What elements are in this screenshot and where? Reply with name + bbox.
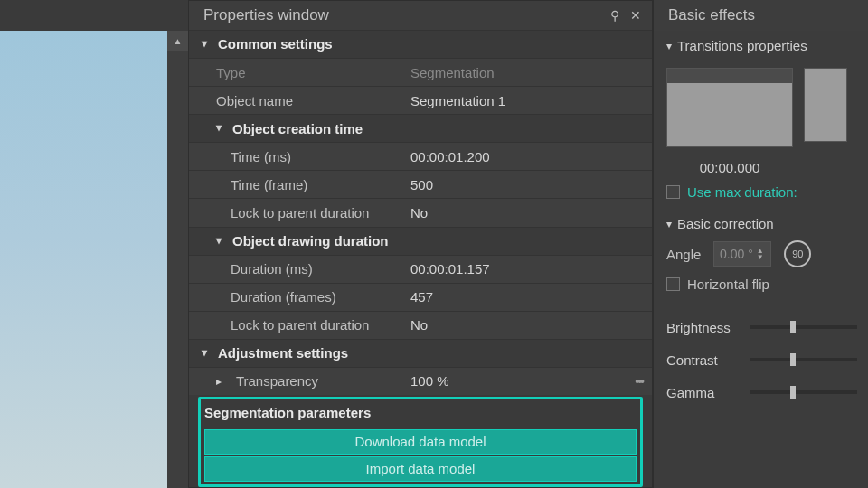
group-label: Basic correction [677,216,774,231]
prop-label: Object name [189,93,401,108]
prop-label: Type [189,65,401,80]
row-lock-creation[interactable]: Lock to parent duration No [189,198,652,226]
chevron-down-icon [202,37,214,50]
brightness-slider[interactable] [750,325,857,329]
row-time-frame[interactable]: Time (frame) 500 [189,170,652,198]
group-common-settings[interactable]: Common settings [189,30,652,58]
group-label: Object drawing duration [232,233,389,249]
group-transitions-properties[interactable]: ▾ Transitions properties [666,38,857,53]
angle-row: Angle 0.00 ° ▲▼ 90 [666,240,857,267]
row-duration-ms[interactable]: Duration (ms) 00:00:01.157 [189,255,652,283]
row-object-name[interactable]: Object name Segmentation 1 [189,86,652,114]
row-type[interactable]: Type Segmentation [189,58,652,86]
properties-title: Properties window [203,6,329,24]
prop-value[interactable]: No [401,199,652,226]
transition-thumb-start[interactable] [666,68,793,147]
row-transparency[interactable]: Transparency 100 % ••• [189,367,652,395]
use-max-duration-checkbox[interactable] [666,185,680,199]
angle-input[interactable]: 0.00 ° ▲▼ [713,241,771,267]
group-label: Object creation time [232,121,363,136]
prop-label: Time (ms) [189,149,401,164]
chevron-right-icon [216,375,229,388]
group-segmentation-parameters[interactable]: Segmentation parameters [201,399,640,427]
properties-title-bar: Properties window ⚲ ✕ [189,1,652,30]
angle-value: 0.00 ° [720,247,753,261]
preview-thumbnail[interactable] [0,31,167,488]
segmentation-parameters-highlight: Segmentation parameters Download data mo… [198,397,643,487]
prop-label: Time (frame) [189,177,401,192]
prop-value[interactable]: 00:00:01.157 [401,256,652,283]
prop-label: Duration (ms) [189,261,401,277]
slider-label: Brightness [666,320,741,335]
horizontal-flip-label: Horizontal flip [687,277,769,292]
group-adjustment-settings[interactable]: Adjustment settings [189,339,652,367]
prop-value[interactable]: No [401,312,652,339]
preview-pane: ▲ [0,0,188,488]
contrast-slider[interactable] [750,358,857,361]
group-basic-correction[interactable]: ▾ Basic correction [666,216,857,231]
angle-stepper[interactable]: ▲▼ [757,249,766,260]
gamma-slider[interactable] [750,390,857,394]
transition-time: 00:00.000 [666,160,793,175]
group-label: Segmentation parameters [204,405,371,420]
prop-value[interactable]: 457 [401,284,652,311]
group-object-creation-time[interactable]: Object creation time [189,114,652,142]
chevron-down-icon [202,346,214,359]
row-duration-frames[interactable]: Duration (frames) 457 [189,283,652,311]
scroll-track[interactable] [167,51,188,488]
brightness-row: Brightness [666,315,857,339]
use-max-duration-label: Use max duration: [687,184,797,200]
row-lock-drawing[interactable]: Lock to parent duration No [189,311,652,339]
chevron-down-icon [216,121,229,134]
use-max-duration-row[interactable]: Use max duration: [666,184,857,200]
contrast-row: Contrast [666,348,857,371]
preview-scrollbar[interactable]: ▲ [167,31,188,488]
effects-title-bar: Basic effects [654,0,868,31]
prop-value[interactable]: 00:00:01.200 [401,143,652,170]
import-data-model-button[interactable]: Import data model [204,456,637,482]
prop-value[interactable]: 500 [401,171,652,198]
properties-panel: Properties window ⚲ ✕ Common settings Ty… [188,0,653,488]
horizontal-flip-checkbox[interactable] [666,277,680,291]
group-label: Common settings [218,36,333,52]
chevron-down-icon: ▾ [666,40,672,52]
slider-label: Contrast [666,352,741,368]
basic-effects-panel: Basic effects ▾ Transitions properties 0… [653,0,868,488]
prop-value: Segmentation [401,59,652,86]
scroll-up-button[interactable]: ▲ [167,31,188,51]
button-label: Download data model [354,434,486,449]
group-label: Transitions properties [677,38,807,53]
prop-value[interactable]: 100 % ••• [401,368,652,395]
more-icon[interactable]: ••• [626,374,652,389]
transition-thumbnails [666,68,857,147]
group-object-drawing-duration[interactable]: Object drawing duration [189,227,652,255]
row-time-ms[interactable]: Time (ms) 00:00:01.200 [189,142,652,170]
gamma-row: Gamma [666,380,857,404]
prop-value[interactable]: Segmentation 1 [401,87,652,114]
prop-label: Lock to parent duration [189,317,401,333]
effects-title: Basic effects [668,6,755,24]
slider-label: Gamma [666,385,741,400]
chevron-down-icon: ▾ [666,218,672,230]
rotate-90-icon[interactable]: 90 [784,240,811,267]
group-label: Adjustment settings [218,345,348,361]
prop-label: Duration (frames) [189,289,401,305]
download-data-model-button[interactable]: Download data model [204,429,637,455]
prop-label: Lock to parent duration [189,205,401,221]
prop-label: Transparency [189,373,401,389]
button-label: Import data model [366,461,476,476]
transition-thumb-end[interactable] [804,68,847,142]
close-icon[interactable]: ✕ [630,8,641,23]
pin-icon[interactable]: ⚲ [610,8,619,23]
angle-label: Angle [666,247,701,262]
chevron-down-icon [216,234,229,247]
horizontal-flip-row[interactable]: Horizontal flip [666,277,857,292]
